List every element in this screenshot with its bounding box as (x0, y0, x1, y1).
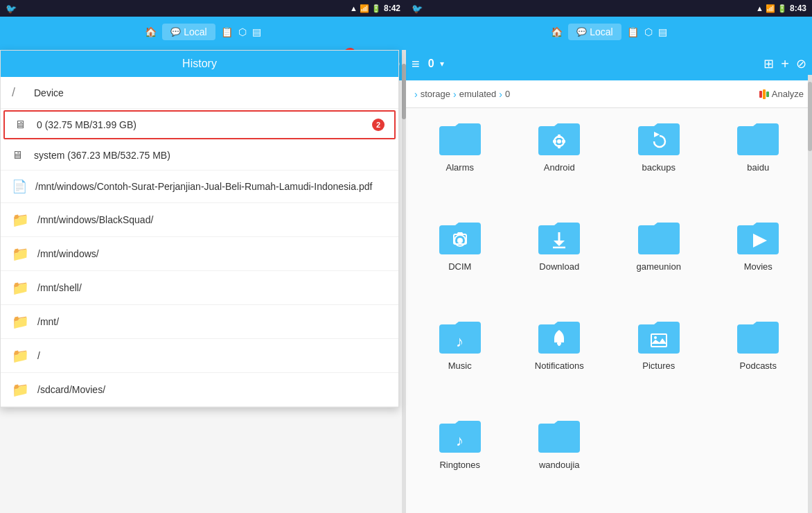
folder-android[interactable]: Android (514, 116, 606, 207)
right-home-icon[interactable]: 🏠 (551, 26, 563, 37)
svg-rect-2 (558, 134, 561, 138)
left-location-label: Local (184, 26, 206, 37)
history-item-mnt-windows[interactable]: 📁 /mnt/windows/ (1, 237, 398, 271)
crumb-emulated[interactable]: emulated (459, 89, 496, 99)
storage-icon: 🖥 (15, 119, 28, 131)
svg-text:♪: ♪ (456, 432, 464, 449)
folder-label-6: /sdcard/Movies/ (37, 384, 105, 395)
history-item-sdcard-movies[interactable]: 📁 /sdcard/Movies/ (1, 373, 398, 407)
right-menu-icon[interactable]: ≡ (412, 56, 420, 72)
right-toolbar-icons: ⊞ + ⊘ (764, 56, 806, 72)
right-block-icon[interactable]: ⊘ (796, 56, 806, 71)
right-battery-icon: 🔋 (777, 4, 787, 13)
svg-point-8 (457, 238, 463, 243)
history-item-mnt[interactable]: 📁 /mnt/ (1, 305, 398, 339)
folder-music-label: Music (448, 360, 472, 371)
folder-wandoujia[interactable]: wandoujia (514, 414, 606, 505)
left-location-button[interactable]: 💬 Local (162, 24, 215, 40)
chat-icon: 💬 (170, 27, 181, 37)
folder-baidu[interactable]: baidu (713, 116, 804, 207)
folder-wandoujia-label: wandoujia (539, 460, 580, 470)
folder-notifications-label: Notifications (535, 360, 584, 371)
folder-gameunion-label: gameunion (637, 261, 681, 272)
right-panel: 🐦 ▲ 📶 🔋 8:43 🏠 💬 Local 📋 ⬡ ▤ ≡ 0 ▾ ⊞ + ⊘ (406, 0, 812, 513)
history-item-pdf[interactable]: 📄 /mnt/windows/Contoh-Surat-Perjanjian-J… (1, 171, 398, 203)
right-location-button[interactable]: 💬 Local (568, 24, 621, 40)
crumb-0[interactable]: 0 (505, 89, 510, 99)
folder-icon-3: 📁 (12, 279, 29, 296)
svg-rect-4 (553, 140, 556, 143)
history-item-system[interactable]: 🖥 system (367.23 MB/532.75 MB) (1, 141, 398, 171)
folder-notifications[interactable]: Notifications (514, 315, 606, 406)
folder-ringtones-label: Ringtones (439, 460, 480, 470)
folder-icon-6: 📁 (12, 381, 29, 398)
right-signal-icon: 📶 (766, 4, 775, 13)
svg-rect-5 (562, 140, 565, 143)
analyze-icon (759, 89, 769, 99)
storage-label: 0 (32.75 MB/31.99 GB) (37, 119, 136, 130)
right-toolbar: ≡ 0 ▾ ⊞ + ⊘ (406, 47, 812, 80)
folder-ringtones[interactable]: ♪ Ringtones (414, 414, 506, 505)
folder-podcasts[interactable]: Podcasts (713, 315, 804, 406)
right-top-bar: 🏠 💬 Local 📋 ⬡ ▤ (406, 17, 812, 47)
history-item-blacksquad[interactable]: 📁 /mnt/windows/BlackSquad/ (1, 203, 398, 237)
right-nav-icon1[interactable]: 📋 (627, 26, 639, 37)
folder-backups-label: backups (642, 162, 676, 173)
left-nav-icon1[interactable]: 📋 (221, 26, 233, 37)
analyze-button[interactable]: Analyze (759, 89, 804, 99)
left-nav-icon2[interactable]: ⬡ (238, 26, 247, 37)
svg-point-18 (654, 336, 657, 339)
signal-icon: 📶 (360, 4, 369, 13)
folder-icon-2: 📁 (12, 245, 29, 262)
folder-dcim-label: DCIM (448, 261, 471, 272)
history-item-device[interactable]: / Device (1, 77, 398, 109)
history-badge-2: 2 (372, 119, 385, 131)
chevron-icon-3: › (499, 89, 502, 100)
analyze-label: Analyze (772, 89, 804, 99)
left-home-icon[interactable]: 🏠 (145, 26, 157, 37)
wifi-icon: ▲ (350, 4, 358, 12)
folder-backups[interactable]: backups (613, 116, 705, 207)
file-grid: Alarms Android (406, 108, 812, 513)
folder-backups-icon (635, 116, 683, 158)
left-panel: 🐦 ▲ 📶 🔋 8:42 🏠 💬 Local 📋 ⬡ ▤ ≡ windows ▾… (0, 0, 406, 513)
right-status-bar: 🐦 ▲ 📶 🔋 8:43 (406, 0, 812, 17)
history-item-mnt-shell[interactable]: 📁 /mnt/shell/ (1, 271, 398, 305)
chevron-icon-1: › (414, 89, 418, 100)
history-item-root[interactable]: 📁 / (1, 339, 398, 373)
svg-text:♪: ♪ (456, 333, 464, 350)
left-nav-icon3[interactable]: ▤ (252, 26, 261, 37)
right-nav-icon3[interactable]: ▤ (658, 26, 667, 37)
right-grid-icon[interactable]: ⊞ (764, 56, 774, 71)
device-label: Device (34, 87, 64, 98)
folder-android-icon (535, 116, 583, 158)
folder-alarms-icon (436, 116, 484, 158)
history-item-storage[interactable]: 🖥 0 (32.75 MB/31.99 GB) 2 (3, 110, 396, 139)
folder-wandoujia-icon (535, 414, 583, 455)
right-add-icon[interactable]: + (781, 56, 789, 72)
folder-download[interactable]: Download (514, 216, 606, 306)
folder-label-2: /mnt/windows/ (37, 248, 99, 259)
left-status-bar: 🐦 ▲ 📶 🔋 8:42 (0, 0, 406, 17)
folder-label-4: /mnt/ (37, 316, 59, 327)
right-chat-icon: 💬 (576, 27, 587, 37)
crumb-storage[interactable]: storage (421, 89, 450, 99)
svg-point-1 (557, 139, 561, 144)
right-dropdown-arrow[interactable]: ▾ (440, 59, 444, 69)
right-scrollbar-thumb[interactable] (808, 82, 812, 151)
left-signal-icons: ▲ 📶 🔋 (350, 4, 381, 13)
folder-dcim[interactable]: DCIM (414, 216, 506, 306)
folder-music[interactable]: ♪ Music (414, 315, 506, 406)
folder-alarms[interactable]: Alarms (414, 116, 506, 207)
folder-movies[interactable]: Movies (713, 216, 804, 306)
right-nav-icon2[interactable]: ⬡ (644, 26, 653, 37)
folder-gameunion[interactable]: gameunion (613, 216, 705, 306)
chevron-icon-2: › (453, 89, 457, 100)
history-dropdown: History / Device 🖥 0 (32.75 MB/31.99 GB)… (0, 50, 399, 408)
folder-label-1: /mnt/windows/BlackSquad/ (37, 214, 153, 225)
svg-point-16 (558, 343, 561, 346)
folder-pictures[interactable]: Pictures (613, 315, 705, 406)
left-status-icons: 🐦 (6, 3, 17, 14)
right-scrollbar-track[interactable] (808, 75, 812, 513)
folder-download-icon (535, 216, 583, 257)
